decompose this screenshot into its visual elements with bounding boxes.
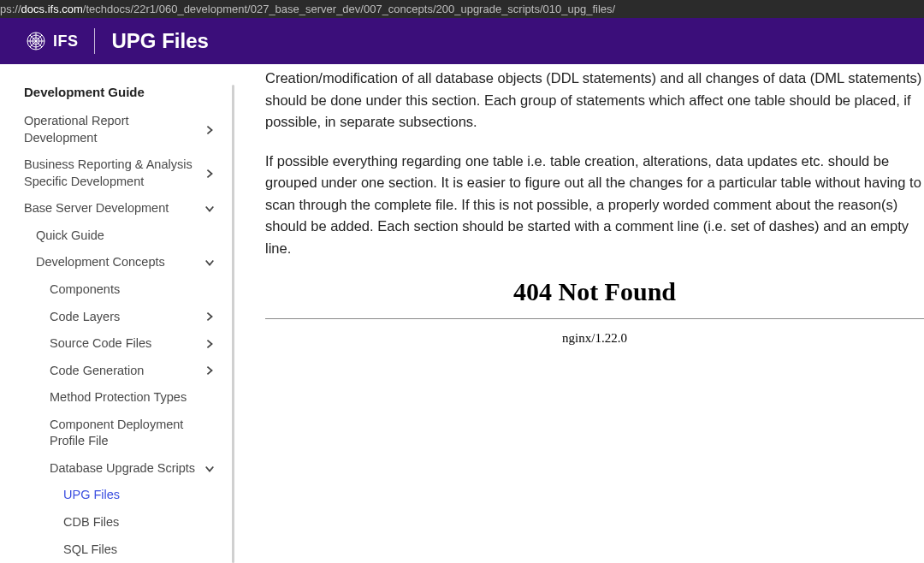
page-title: UPG Files — [112, 29, 209, 53]
chevron-right-icon — [204, 338, 216, 350]
error-server: nginx/1.22.0 — [265, 331, 924, 346]
sidebar-item-label: Code Generation — [50, 363, 204, 380]
sidebar-item-12[interactable]: UPG Files — [24, 482, 231, 509]
paragraph-2: If possible everything regarding one tab… — [265, 151, 924, 260]
chevron-right-icon — [204, 124, 216, 136]
chevron-down-icon — [204, 203, 216, 215]
sidebar-item-label: Business Reporting & Analysis Specific D… — [24, 157, 204, 190]
sidebar-item-label: Database Upgrade Scripts — [50, 460, 204, 477]
sidebar-item-label: Quick Guide — [36, 228, 216, 245]
url-path: /techdocs/22r1/060_development/027_base_… — [83, 3, 615, 15]
chevron-right-icon — [204, 168, 216, 180]
sidebar-item-9[interactable]: Method Protection Types — [24, 384, 231, 412]
sidebar-item-4[interactable]: Development Concepts — [24, 249, 231, 276]
sidebar-item-6[interactable]: Code Layers — [24, 304, 231, 331]
url-prefix: ps:// — [0, 3, 21, 15]
sidebar-item-11[interactable]: Database Upgrade Scripts — [24, 455, 231, 483]
sidebar-item-label: Code Layers — [50, 309, 204, 326]
sidebar-item-13[interactable]: CDB Files — [24, 509, 231, 536]
sidebar-item-label: UPG Files — [63, 487, 216, 504]
swirl-icon — [26, 31, 46, 51]
sidebar-nav: Development Guide Operational Report Dev… — [0, 64, 240, 563]
sidebar-item-label: Component Deployment Profile File — [50, 417, 216, 450]
sidebar-item-label: Source Code Files — [50, 335, 204, 353]
url-host: docs.ifs.com — [21, 3, 83, 15]
app-header: IFS UPG Files — [0, 18, 924, 64]
guide-heading[interactable]: Development Guide — [24, 85, 231, 99]
sidebar-item-10[interactable]: Component Deployment Profile File — [24, 412, 231, 455]
sidebar-item-1[interactable]: Business Reporting & Analysis Specific D… — [24, 151, 231, 195]
main-content: Creation/modification of all database ob… — [240, 64, 924, 563]
error-title: 404 Not Found — [265, 277, 924, 306]
sidebar-item-label: Development Concepts — [36, 254, 204, 271]
sidebar-item-0[interactable]: Operational Report Development — [24, 108, 231, 151]
sidebar-item-label: Components — [50, 282, 216, 299]
sidebar-item-5[interactable]: Components — [24, 276, 231, 304]
sidebar-item-label: CDB Files — [63, 514, 216, 531]
brand-logo[interactable]: IFS — [26, 28, 95, 54]
chevron-right-icon — [204, 364, 216, 376]
sidebar-item-label: Operational Report Development — [24, 113, 204, 146]
chevron-right-icon — [204, 311, 216, 323]
address-bar[interactable]: ps://docs.ifs.com/techdocs/22r1/060_deve… — [0, 0, 924, 18]
sidebar-item-label: Base Server Development — [24, 200, 204, 217]
sidebar-item-label: SQL Files — [63, 542, 216, 559]
chevron-down-icon — [204, 463, 216, 475]
paragraph-1: Creation/modification of all database ob… — [265, 68, 924, 133]
sidebar-item-3[interactable]: Quick Guide — [24, 222, 231, 250]
sidebar-item-14[interactable]: SQL Files — [24, 536, 231, 563]
sidebar-item-8[interactable]: Code Generation — [24, 358, 231, 385]
sidebar-item-7[interactable]: Source Code Files — [24, 330, 231, 358]
sidebar-item-label: Method Protection Types — [50, 389, 216, 406]
sidebar-item-2[interactable]: Base Server Development — [24, 195, 231, 222]
brand-text: IFS — [53, 33, 79, 50]
error-frame: 404 Not Found nginx/1.22.0 — [265, 277, 924, 346]
error-divider — [265, 318, 924, 319]
chevron-down-icon — [204, 257, 216, 269]
